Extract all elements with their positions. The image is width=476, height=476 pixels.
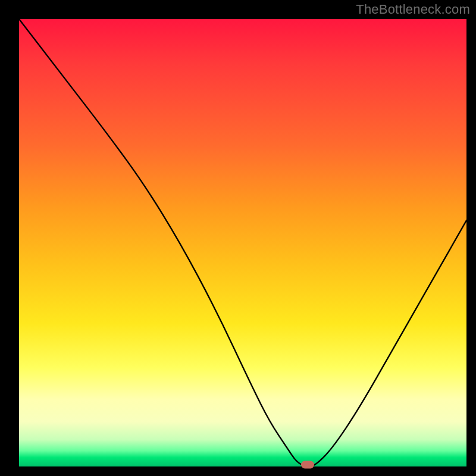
optimum-marker — [301, 461, 314, 469]
chart-plot-area — [19, 19, 466, 466]
watermark-text: TheBottleneck.com — [356, 2, 470, 17]
chart-frame: TheBottleneck.com — [0, 0, 476, 476]
bottleneck-curve — [19, 19, 466, 466]
